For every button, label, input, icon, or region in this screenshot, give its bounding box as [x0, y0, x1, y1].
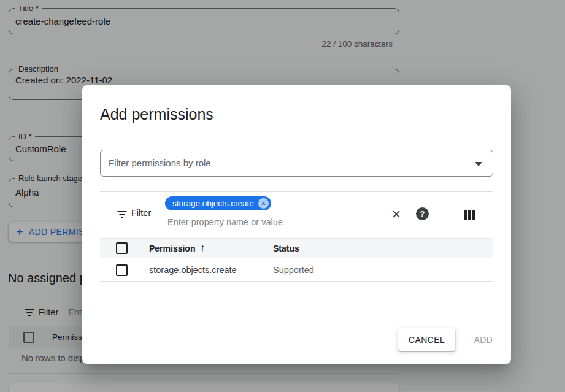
filter-icon — [117, 211, 127, 218]
clear-filters-icon[interactable]: ✕ — [388, 206, 404, 222]
status-cell: Supported — [273, 265, 314, 275]
add-button[interactable]: ADD — [461, 328, 505, 351]
permission-column-header[interactable]: Permission — [149, 244, 195, 253]
divider — [100, 191, 493, 192]
add-permissions-dialog: Add permissions Filter permissions by ro… — [82, 85, 511, 364]
divider — [450, 202, 450, 226]
sort-ascending-icon[interactable]: ↑ — [200, 242, 205, 253]
filter-label: Filter — [131, 208, 151, 218]
column-display-options-icon[interactable] — [463, 209, 476, 220]
dialog-title: Add permissions — [100, 106, 213, 123]
filter-chip-label: storage.objects.create — [172, 199, 254, 208]
help-icon[interactable]: ? — [416, 207, 429, 220]
permissions-table-header: Permission ↑ Status — [100, 238, 493, 258]
chip-remove-icon[interactable]: ✕ — [258, 198, 269, 209]
filter-input[interactable] — [167, 216, 370, 228]
table-row[interactable]: storage.objects.create Supported — [100, 259, 493, 282]
cancel-button[interactable]: CANCEL — [398, 328, 455, 351]
filter-permissions-by-role-select[interactable]: Filter permissions by role — [100, 150, 493, 177]
role-select-placeholder: Filter permissions by role — [109, 158, 211, 168]
row-checkbox[interactable] — [116, 264, 128, 276]
dropdown-arrow-icon — [475, 162, 482, 166]
select-all-checkbox[interactable] — [116, 242, 128, 254]
permission-cell: storage.objects.create — [149, 265, 237, 275]
filter-chip[interactable]: storage.objects.create ✕ — [165, 196, 271, 210]
status-column-header[interactable]: Status — [273, 244, 299, 253]
